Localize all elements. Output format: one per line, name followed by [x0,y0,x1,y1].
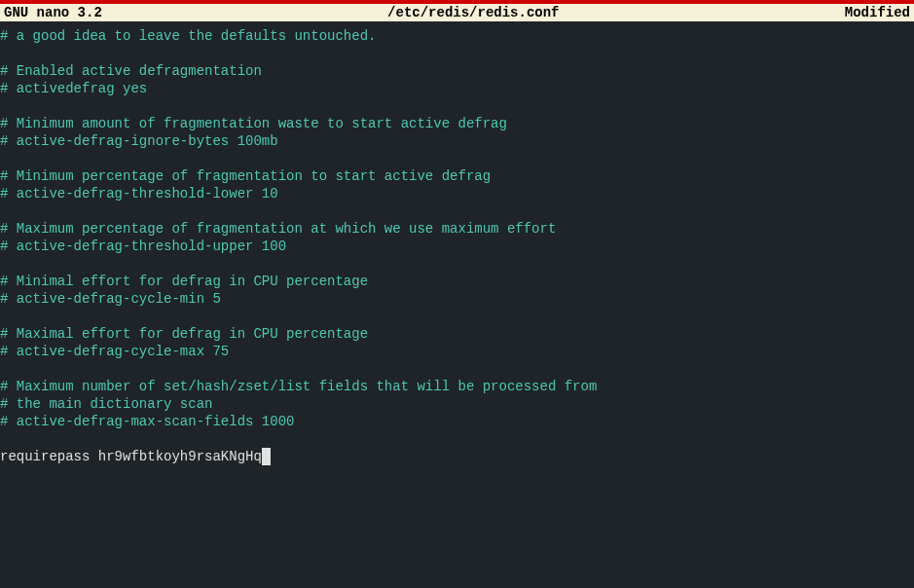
config-line [0,45,914,62]
config-line [0,97,914,115]
config-line: # active-defrag-threshold-upper 100 [0,238,914,255]
editor-area[interactable]: # a good idea to leave the defaults unto… [0,21,914,465]
app-name: GNU nano 3.2 [4,4,102,21]
config-line: # Enabled active defragmentation [0,62,914,80]
config-line [0,360,914,378]
title-bar: GNU nano 3.2 /etc/redis/redis.conf Modif… [0,4,914,21]
config-line: # active-defrag-threshold-lower 10 [0,185,914,202]
file-path: /etc/redis/redis.conf [102,4,845,21]
config-line [0,150,914,167]
config-line [0,202,914,220]
modified-status: Modified [845,4,910,21]
config-line-requirepass: requirepass hr9wfbtkoyh9rsaKNgHq [0,448,914,465]
text-cursor [262,448,271,465]
config-line: # the main dictionary scan [0,395,914,413]
config-line: # Maximum number of set/hash/zset/list f… [0,378,914,395]
config-line: # Maximum percentage of fragmentation at… [0,220,914,238]
config-line: # activedefrag yes [0,80,914,97]
config-line: # a good idea to leave the defaults unto… [0,27,914,45]
config-line: # active-defrag-ignore-bytes 100mb [0,132,914,150]
config-line: # Minimum amount of fragmentation waste … [0,115,914,132]
config-line: # Minimum percentage of fragmentation to… [0,167,914,185]
config-line [0,308,914,325]
config-line [0,255,914,273]
config-line [0,430,914,448]
config-line: # active-defrag-max-scan-fields 1000 [0,413,914,430]
config-line: # active-defrag-cycle-min 5 [0,290,914,308]
config-line: # Minimal effort for defrag in CPU perce… [0,273,914,290]
config-line: # Maximal effort for defrag in CPU perce… [0,325,914,343]
config-line: # active-defrag-cycle-max 75 [0,343,914,360]
